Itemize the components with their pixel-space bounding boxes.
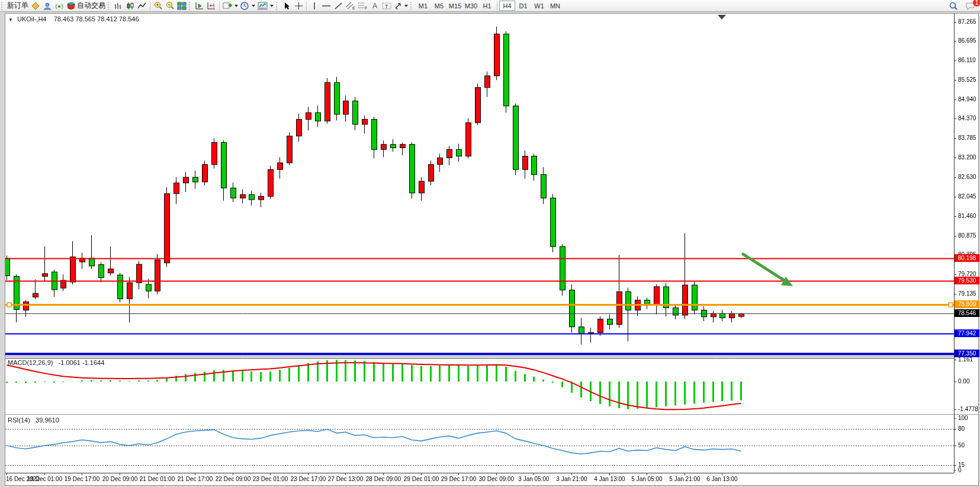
chart-title: ▼ UKOil-,H4 78.463 78.565 78.412 78.546 bbox=[8, 15, 139, 23]
timeframe-m1-button[interactable]: M1 bbox=[415, 1, 431, 11]
line-chart-icon bbox=[137, 2, 147, 10]
current-price-badge: 78.546 bbox=[955, 309, 979, 317]
macd-values: -1.0061 -1.1644 bbox=[59, 359, 105, 366]
vertical-line-icon bbox=[311, 2, 317, 10]
cursor-icon bbox=[283, 2, 291, 10]
gold-button[interactable] bbox=[30, 1, 41, 11]
cursor-button[interactable] bbox=[281, 1, 293, 11]
toolbar-drag-handle[interactable] bbox=[189, 2, 191, 10]
toolbar-separator bbox=[219, 1, 220, 11]
signals-button[interactable] bbox=[53, 1, 65, 11]
chart-title-collapse-icon[interactable]: ▼ bbox=[8, 17, 13, 23]
macd-indicator-label: MACD(12,26,9) -1.0061 -1.1644 bbox=[8, 359, 104, 366]
autotrade-button[interactable]: 自动交易 bbox=[65, 1, 107, 11]
arrows-tool-button[interactable] bbox=[393, 1, 409, 11]
toolbar-separator bbox=[306, 1, 307, 11]
signal-icon bbox=[54, 2, 64, 10]
toolbar-drag-handle[interactable] bbox=[276, 2, 278, 10]
toolbar-separator bbox=[497, 1, 497, 11]
arrows-icon bbox=[394, 2, 402, 10]
zoom-out-button[interactable] bbox=[164, 1, 176, 11]
equidistant-channel-icon: E bbox=[345, 1, 355, 10]
svg-text:A: A bbox=[372, 2, 377, 10]
level-price-badge: 77.350 bbox=[955, 350, 979, 357]
chevron-down-icon bbox=[252, 5, 255, 7]
chart-shift-icon bbox=[207, 2, 216, 10]
timeframe-d1-button[interactable]: D1 bbox=[515, 1, 531, 11]
toolbar-separator bbox=[150, 1, 150, 11]
vertical-line-tool-button[interactable] bbox=[309, 1, 320, 11]
level-price-badge: 79.530 bbox=[955, 277, 979, 284]
candlestick-chart-icon bbox=[126, 2, 135, 10]
toolbar-drag-handle[interactable] bbox=[108, 2, 110, 10]
chart-shift-button[interactable] bbox=[205, 1, 217, 11]
clock-icon bbox=[240, 2, 249, 10]
trendline-tool-button[interactable] bbox=[332, 1, 344, 11]
main-toolbar: 新订单 自动交易 bbox=[0, 0, 980, 12]
fibonacci-icon: F bbox=[358, 1, 368, 10]
toolbar-drag-handle[interactable] bbox=[410, 2, 413, 10]
person-icon bbox=[43, 2, 52, 10]
auto-scroll-button[interactable] bbox=[194, 1, 205, 11]
template-icon bbox=[258, 2, 268, 10]
level-price-badge: 77.942 bbox=[955, 329, 979, 337]
tile-windows-button[interactable] bbox=[176, 1, 188, 11]
zoom-in-button[interactable] bbox=[152, 1, 164, 11]
svg-text:T: T bbox=[385, 3, 388, 9]
zoom-out-icon bbox=[165, 1, 175, 10]
timeframe-m15-button[interactable]: M15 bbox=[447, 1, 463, 11]
new-order-button[interactable]: 新订单 bbox=[6, 1, 30, 11]
chart-window: ▼ UKOil-,H4 78.463 78.565 78.412 78.546 … bbox=[5, 13, 979, 486]
candlestick-chart-button[interactable] bbox=[124, 1, 136, 11]
rsi-indicator-label: RSI(14) 39.9610 bbox=[8, 416, 59, 424]
macd-name: MACD(12,26,9) bbox=[8, 359, 53, 366]
text-icon: A bbox=[371, 2, 379, 10]
crosshair-icon bbox=[294, 2, 303, 10]
autotrade-label: 自动交易 bbox=[77, 1, 105, 11]
timeframe-h4-button[interactable]: H4 bbox=[499, 1, 515, 11]
timeframe-w1-button[interactable]: W1 bbox=[531, 1, 547, 11]
templates-button[interactable] bbox=[256, 1, 275, 11]
rsi-value: 39.9610 bbox=[36, 416, 59, 424]
level-price-badge: 80.198 bbox=[955, 254, 979, 262]
notification-badge: 1 bbox=[973, 0, 980, 7]
text-tool-button[interactable]: A bbox=[369, 1, 381, 11]
timeframe-mn-button[interactable]: MN bbox=[547, 1, 563, 11]
chevron-down-icon bbox=[404, 5, 408, 7]
bar-chart-button[interactable] bbox=[113, 1, 124, 11]
chevron-down-icon bbox=[270, 5, 274, 7]
horizontal-line-icon bbox=[322, 2, 331, 10]
trendline-icon bbox=[334, 2, 343, 10]
gold-icon bbox=[31, 2, 40, 10]
svg-text:E: E bbox=[352, 6, 355, 10]
rsi-name: RSI(14) bbox=[8, 416, 30, 424]
chat-button[interactable]: 1 bbox=[964, 1, 976, 11]
search-button[interactable] bbox=[947, 1, 959, 11]
chevron-down-icon bbox=[234, 5, 238, 7]
indicators-button[interactable] bbox=[221, 1, 239, 11]
label-tool-button[interactable]: T bbox=[381, 1, 393, 11]
channel-tool-button[interactable]: E bbox=[344, 1, 356, 11]
timeframe-m30-button[interactable]: M30 bbox=[463, 1, 479, 11]
horizontal-line-tool-button[interactable] bbox=[320, 1, 332, 11]
line-chart-button[interactable] bbox=[136, 1, 148, 11]
toolbar-drag-handle[interactable] bbox=[1, 2, 4, 10]
timeframe-m5-button[interactable]: M5 bbox=[431, 1, 447, 11]
svg-text:F: F bbox=[365, 6, 367, 10]
periods-button[interactable] bbox=[239, 1, 256, 11]
search-icon bbox=[949, 2, 958, 11]
timeframe-h1-button[interactable]: H1 bbox=[479, 1, 495, 11]
bar-chart-icon bbox=[114, 2, 123, 10]
autotrade-icon bbox=[66, 2, 76, 10]
text-label-icon: T bbox=[382, 2, 391, 10]
chart-ohlc-values: 78.463 78.565 78.412 78.546 bbox=[54, 15, 139, 23]
indicators-add-icon bbox=[223, 2, 232, 10]
fibonacci-tool-button[interactable]: F bbox=[356, 1, 369, 11]
community-button[interactable] bbox=[41, 1, 53, 11]
chart-symbol-period: UKOil-,H4 bbox=[17, 15, 47, 23]
tile-windows-icon bbox=[177, 2, 187, 10]
auto-scroll-icon bbox=[195, 2, 204, 10]
zoom-in-icon bbox=[153, 1, 163, 10]
chart-canvas[interactable] bbox=[5, 14, 978, 485]
crosshair-button[interactable] bbox=[293, 1, 304, 11]
